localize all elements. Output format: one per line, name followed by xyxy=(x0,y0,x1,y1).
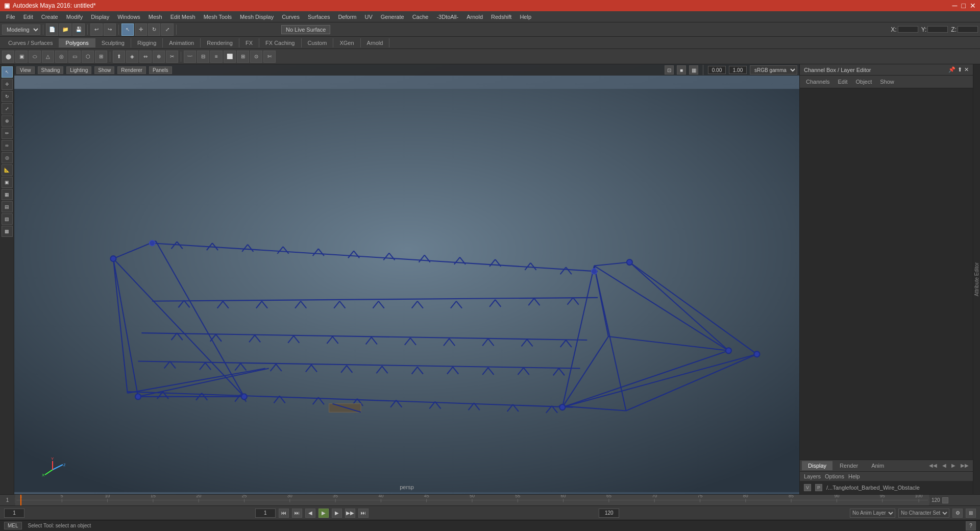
sphere-icon[interactable]: ⬤ xyxy=(2,51,14,63)
wireframe-btn[interactable]: ⊡ xyxy=(665,65,674,75)
title-bar-controls[interactable]: ─ □ ✕ xyxy=(952,2,976,10)
split-icon[interactable]: ✂ xyxy=(166,51,178,63)
merge-icon[interactable]: ⊕ xyxy=(153,51,165,63)
menu-item-deform[interactable]: Deform xyxy=(334,13,360,21)
tab-rigging[interactable]: Rigging xyxy=(131,38,163,47)
script-mode[interactable]: MEL xyxy=(4,522,22,529)
panel-forward[interactable]: ▶ xyxy=(949,461,958,470)
solid-btn[interactable]: ■ xyxy=(677,65,686,75)
menu-item-mesh-tools[interactable]: Mesh Tools xyxy=(200,13,236,21)
new-file-btn[interactable]: 📄 xyxy=(46,23,58,36)
tool-lasso[interactable]: ∞ xyxy=(2,140,13,151)
rotate-btn[interactable]: ↻ xyxy=(148,23,160,36)
textured-btn[interactable]: ▦ xyxy=(689,65,698,75)
tool-transform[interactable]: ✛ xyxy=(2,79,13,90)
next-key-btn[interactable]: ▶▶ xyxy=(345,509,355,518)
channels-tab[interactable]: Channels xyxy=(804,78,831,86)
tool-paint[interactable]: ✏ xyxy=(2,128,13,139)
play-btn[interactable]: ▶ xyxy=(318,509,329,518)
timeline-ruler[interactable]: 1 5 10 15 20 25 30 35 40 45 50 xyxy=(15,495,929,505)
scale-btn[interactable]: ⤢ xyxy=(161,23,174,36)
channel-box-expand[interactable]: ⬆ xyxy=(958,66,962,73)
rewind-to-start-btn[interactable]: ⏮ xyxy=(279,509,289,518)
lighting-menu[interactable]: Lighting xyxy=(66,66,91,74)
panel-ff[interactable]: ▶▶ xyxy=(959,461,971,470)
show-tab[interactable]: Show xyxy=(878,78,896,86)
object-tab[interactable]: Object xyxy=(853,78,874,86)
minimize-btn[interactable]: ─ xyxy=(952,2,958,10)
current-frame-input[interactable]: 1 xyxy=(4,509,24,518)
menu-item---dtoall-[interactable]: -3DtoAll- xyxy=(432,13,462,21)
tab-fx[interactable]: FX xyxy=(239,38,259,47)
end-frame-input[interactable]: 120 xyxy=(599,509,619,518)
proj-curve-icon[interactable]: ⊙ xyxy=(250,51,262,63)
edit-tab[interactable]: Edit xyxy=(836,78,849,86)
menu-item-file[interactable]: File xyxy=(2,13,19,21)
tab-animation[interactable]: Animation xyxy=(163,38,201,47)
fill-hole-icon[interactable]: ⬜ xyxy=(224,51,236,63)
tab-custom[interactable]: Custom xyxy=(302,38,334,47)
options-option[interactable]: Options xyxy=(825,473,844,479)
help-option[interactable]: Help xyxy=(848,473,860,479)
menu-item-arnold[interactable]: Arnold xyxy=(462,13,487,21)
crease-icon[interactable]: 〰 xyxy=(184,51,196,63)
menu-item-edit-mesh[interactable]: Edit Mesh xyxy=(166,13,200,21)
subdivide-icon[interactable]: ⊞ xyxy=(95,51,107,63)
playback-extra-btn[interactable]: ⊞ xyxy=(966,509,976,518)
menu-item-create[interactable]: Create xyxy=(37,13,62,21)
start-frame-input[interactable]: 1 xyxy=(255,509,276,518)
disk-icon[interactable]: ⬡ xyxy=(82,51,94,63)
tab-fx-caching[interactable]: FX Caching xyxy=(259,38,301,47)
tab-polygons[interactable]: Polygons xyxy=(59,38,95,47)
tool-measure[interactable]: 📐 xyxy=(2,164,13,176)
display-tab[interactable]: Display xyxy=(802,461,832,470)
z-input[interactable] xyxy=(958,26,978,33)
tool-universal[interactable]: ⊕ xyxy=(2,115,13,127)
menu-item-surfaces[interactable]: Surfaces xyxy=(304,13,334,21)
layers-option[interactable]: Layers xyxy=(804,473,821,479)
tool-select[interactable]: ↖ xyxy=(2,66,13,78)
x-input[interactable] xyxy=(898,26,918,33)
character-set-select[interactable]: No Character Set xyxy=(898,509,949,518)
offset-edge-icon[interactable]: ≡ xyxy=(210,51,223,63)
select-btn[interactable]: ↖ xyxy=(121,23,134,36)
maximize-btn[interactable]: □ xyxy=(962,2,966,10)
menu-item-mesh[interactable]: Mesh xyxy=(144,13,166,21)
menu-item-help[interactable]: Help xyxy=(516,13,535,21)
prev-frame-btn[interactable]: ◀ xyxy=(305,509,315,518)
menu-item-generate[interactable]: Generate xyxy=(377,13,408,21)
tab-sculpting[interactable]: Sculpting xyxy=(95,38,131,47)
save-file-btn[interactable]: 💾 xyxy=(72,23,85,36)
move-btn[interactable]: ✛ xyxy=(135,23,147,36)
redo-btn[interactable]: ↪ xyxy=(104,23,116,36)
panel-back[interactable]: ◀ xyxy=(940,461,948,470)
tool-display-e[interactable]: ▩ xyxy=(2,226,13,237)
prev-key-btn[interactable]: ⏭ xyxy=(292,509,302,518)
menu-item-curves[interactable]: Curves xyxy=(278,13,304,21)
menu-item-redshift[interactable]: Redshift xyxy=(487,13,516,21)
cut-face-icon[interactable]: ✄ xyxy=(263,51,276,63)
close-btn[interactable]: ✕ xyxy=(970,2,976,10)
cone-icon[interactable]: △ xyxy=(42,51,54,63)
tool-display-d[interactable]: ▧ xyxy=(2,213,13,225)
tab-arnold[interactable]: Arnold xyxy=(361,38,390,47)
mode-dropdown[interactable]: Modeling xyxy=(2,25,40,35)
cylinder-icon[interactable]: ⬭ xyxy=(29,51,41,63)
tab-rendering[interactable]: Rendering xyxy=(201,38,239,47)
shading-menu[interactable]: Shading xyxy=(38,66,64,74)
menu-item-modify[interactable]: Modify xyxy=(62,13,87,21)
tab-xgen[interactable]: XGen xyxy=(333,38,360,47)
undo-btn[interactable]: ↩ xyxy=(90,23,103,36)
timeline-end-marker[interactable] xyxy=(942,497,948,503)
tool-display-c[interactable]: ▤ xyxy=(2,201,13,212)
channel-box-pin[interactable]: 📌 xyxy=(948,66,955,73)
layer-playback[interactable]: P xyxy=(815,484,822,491)
menu-item-windows[interactable]: Windows xyxy=(113,13,144,21)
show-menu[interactable]: Show xyxy=(94,66,114,74)
view-menu[interactable]: View xyxy=(16,66,35,74)
tool-scale[interactable]: ⤢ xyxy=(2,103,13,114)
tab-curves---surfaces[interactable]: Curves / Surfaces xyxy=(2,38,59,47)
panels-menu[interactable]: Panels xyxy=(149,66,172,74)
help-line-btn[interactable]: ? xyxy=(966,521,976,530)
layer-visibility[interactable]: V xyxy=(804,484,811,491)
